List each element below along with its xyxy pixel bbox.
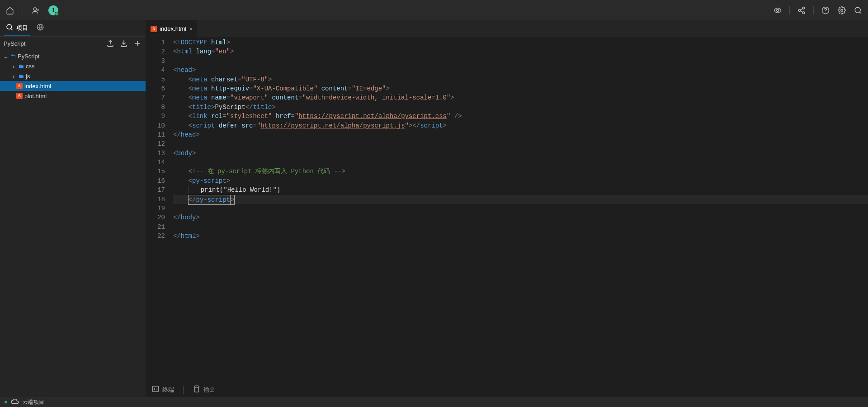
svg-point-6 — [841, 9, 843, 11]
svg-point-4 — [802, 12, 805, 14]
svg-rect-11 — [195, 386, 199, 392]
tree-label: PyScript — [18, 53, 39, 60]
terminal-icon — [151, 385, 160, 394]
upload-icon[interactable] — [106, 39, 115, 48]
tree-label: index.html — [24, 83, 51, 90]
panel-terminal-label: 终端 — [162, 386, 174, 394]
share-icon[interactable] — [797, 6, 806, 15]
settings-icon[interactable] — [837, 6, 846, 15]
tab-label: index.html — [160, 25, 186, 32]
tree-file-index[interactable]: 5 index.html — [0, 81, 146, 91]
panel-terminal[interactable]: 终端 — [151, 385, 174, 394]
help-icon[interactable] — [821, 6, 830, 15]
sidebar: 项目 PyScript ⌄ 🗀 PyScript — [0, 20, 146, 397]
separator — [789, 6, 790, 14]
html-file-icon: 5 — [151, 26, 157, 32]
svg-point-8 — [7, 24, 12, 29]
svg-point-0 — [34, 8, 37, 10]
panel-bar: 终端 输出 — [146, 382, 868, 397]
separator — [183, 386, 184, 394]
tree-folder-js[interactable]: › 🖿 js — [0, 71, 146, 81]
svg-point-2 — [802, 7, 805, 9]
tab-project[interactable]: 项目 — [4, 20, 30, 36]
html-file-icon: 5 — [16, 83, 23, 89]
svg-point-7 — [855, 7, 860, 13]
folder-icon: 🖿 — [18, 63, 24, 70]
tree-folder-root[interactable]: ⌄ 🗀 PyScript — [0, 51, 146, 61]
tab-project-label: 项目 — [16, 24, 28, 32]
code-content[interactable]: <!DOCTYPE html><html lang="en"><head> <m… — [173, 37, 868, 382]
avatar[interactable]: 1 — [48, 5, 58, 15]
folder-icon: 🖿 — [18, 73, 24, 80]
cloud-icon — [11, 398, 19, 407]
chevron-down-icon: ⌄ — [3, 53, 8, 60]
search-icon[interactable] — [854, 6, 863, 15]
svg-point-1 — [777, 9, 779, 11]
search-icon — [5, 23, 14, 33]
preview-icon[interactable] — [773, 6, 782, 15]
chevron-right-icon: › — [11, 63, 16, 70]
add-user-icon[interactable] — [31, 6, 40, 15]
status-dot-icon — [5, 401, 7, 403]
titlebar: 1 — [0, 0, 868, 20]
svg-point-3 — [798, 9, 801, 11]
download-icon[interactable] — [119, 39, 128, 48]
status-cloud-label[interactable]: 云端项目 — [23, 398, 44, 406]
chevron-right-icon: › — [11, 73, 16, 80]
html-file-icon: 5 — [16, 93, 23, 99]
separator — [23, 6, 23, 14]
line-gutter: 12345678910111213141516171819202122 — [146, 37, 173, 382]
globe-icon — [36, 23, 44, 33]
home-icon[interactable] — [5, 6, 14, 15]
code-editor[interactable]: 12345678910111213141516171819202122 <!DO… — [146, 37, 868, 382]
file-tree: ⌄ 🗀 PyScript › 🖿 css › 🖿 js — [0, 50, 146, 397]
editor-tab-index[interactable]: 5 index.html × — [146, 20, 198, 37]
project-name: PyScript — [4, 40, 25, 47]
tree-label: js — [26, 73, 30, 80]
separator — [813, 6, 814, 14]
tree-file-plot[interactable]: 5 plot.html — [0, 91, 146, 101]
add-icon[interactable] — [133, 39, 142, 48]
tab-web[interactable] — [34, 20, 46, 36]
panel-output[interactable]: 输出 — [193, 385, 215, 394]
tree-folder-css[interactable]: › 🖿 css — [0, 61, 146, 71]
tree-label: css — [26, 63, 35, 70]
close-icon[interactable]: × — [189, 25, 193, 33]
tree-label: plot.html — [24, 93, 47, 99]
editor-area: 5 index.html × 1234567891011121314151617… — [146, 20, 868, 397]
project-header: PyScript — [0, 37, 146, 50]
panel-output-label: 输出 — [203, 386, 215, 394]
folder-icon: 🗀 — [10, 53, 16, 60]
svg-rect-10 — [152, 386, 159, 392]
statusbar: 云端项目 — [0, 397, 868, 407]
output-icon — [193, 385, 201, 394]
tab-bar: 5 index.html × — [146, 20, 868, 37]
